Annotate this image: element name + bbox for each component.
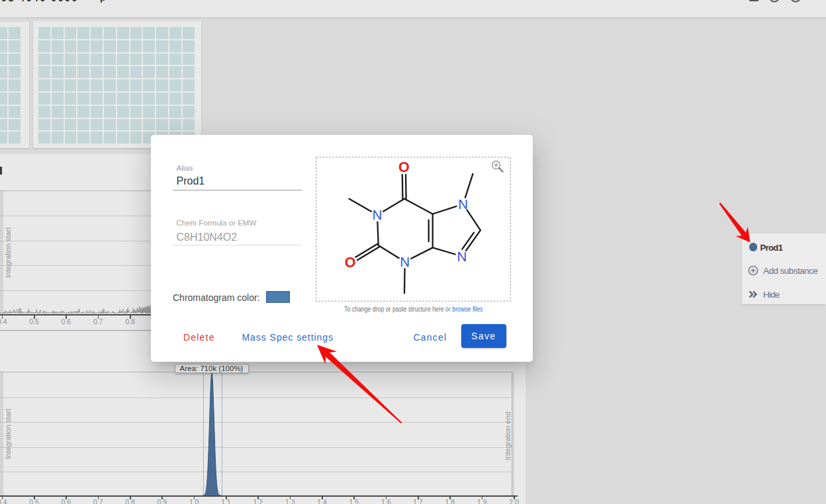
- svg-text:O: O: [398, 159, 410, 175]
- svg-text:N: N: [457, 249, 467, 264]
- svg-text:N: N: [400, 254, 410, 269]
- svg-text:N: N: [373, 207, 383, 222]
- svg-text:O: O: [345, 255, 356, 271]
- svg-text:N: N: [458, 196, 468, 212]
